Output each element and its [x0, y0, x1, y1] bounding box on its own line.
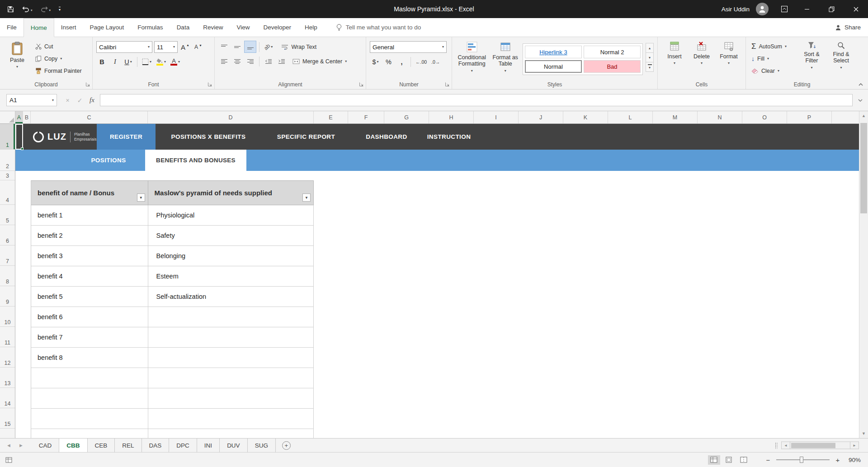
- italic-button[interactable]: I: [109, 56, 121, 67]
- column-header-c[interactable]: C: [31, 111, 148, 123]
- horizontal-scroll-thumb[interactable]: [791, 443, 835, 448]
- merge-center-button[interactable]: Merge & Center ▾: [291, 56, 349, 67]
- previous-sheet-button[interactable]: ◄: [6, 443, 11, 448]
- cell-benefit[interactable]: benefit 5: [31, 287, 148, 307]
- fill-color-button[interactable]: ▾: [155, 56, 167, 67]
- cell-benefit[interactable]: benefit 6: [31, 307, 148, 327]
- column-header-g[interactable]: G: [384, 111, 429, 123]
- decrease-decimal-button[interactable]: .0→: [430, 56, 441, 67]
- align-left-button[interactable]: [218, 56, 230, 67]
- delete-cells-button[interactable]: Delete ▾: [689, 40, 715, 80]
- format-painter-button[interactable]: Format Painter: [33, 65, 84, 76]
- column-header-l[interactable]: L: [608, 111, 653, 123]
- sheet-tab-duv[interactable]: DUV: [220, 439, 248, 452]
- column-header-h[interactable]: H: [429, 111, 474, 123]
- zoom-slider[interactable]: [776, 459, 830, 460]
- comma-style-button[interactable]: ,: [396, 56, 407, 67]
- scroll-up-button[interactable]: ▲: [859, 111, 868, 120]
- decrease-indent-button[interactable]: [263, 56, 274, 67]
- row-header-8[interactable]: 8: [0, 266, 15, 286]
- underline-button[interactable]: U ▾: [123, 56, 134, 67]
- cell-benefit[interactable]: benefit 2: [31, 226, 148, 246]
- row-header-14[interactable]: 14: [0, 388, 15, 408]
- column-header-k[interactable]: K: [563, 111, 608, 123]
- tab-view[interactable]: View: [230, 18, 256, 37]
- cell-benefit[interactable]: [31, 409, 148, 429]
- restore-button[interactable]: [819, 0, 844, 18]
- font-color-button[interactable]: A ▾: [169, 56, 181, 67]
- row-header-10[interactable]: 10: [0, 307, 15, 327]
- page-break-view-button[interactable]: [738, 455, 750, 465]
- fill-handle[interactable]: [21, 147, 24, 150]
- clipboard-dialog-launcher[interactable]: [85, 82, 90, 87]
- increase-indent-button[interactable]: [276, 56, 287, 67]
- align-right-button[interactable]: [245, 56, 256, 67]
- vertical-scroll-thumb[interactable]: [860, 123, 867, 213]
- selected-cell-a1[interactable]: [15, 124, 23, 150]
- redo-button[interactable]: ▾: [41, 6, 51, 12]
- column-header-i[interactable]: I: [474, 111, 519, 123]
- normal-view-button[interactable]: [708, 455, 720, 465]
- column-header-a[interactable]: A: [15, 111, 23, 123]
- bold-button[interactable]: B: [96, 56, 108, 67]
- next-sheet-button[interactable]: ►: [19, 443, 24, 448]
- row-header-12[interactable]: 12: [0, 347, 15, 368]
- wrap-text-button[interactable]: Wrap Text: [279, 41, 318, 52]
- new-sheet-button[interactable]: +: [282, 441, 291, 450]
- cell-benefit[interactable]: benefit 8: [31, 348, 148, 368]
- cell-need[interactable]: [148, 307, 314, 327]
- cell-need[interactable]: Safety: [148, 226, 314, 246]
- tab-formulas[interactable]: Formulas: [131, 18, 170, 37]
- center-button[interactable]: [231, 56, 243, 67]
- sort-filter-button[interactable]: Sort & Filter ▾: [798, 40, 825, 80]
- font-dialog-launcher[interactable]: [208, 82, 212, 87]
- increase-decimal-button[interactable]: ←.00: [414, 56, 428, 67]
- sub-tab-positions[interactable]: POSITIONS: [91, 150, 126, 171]
- avatar[interactable]: [756, 3, 769, 15]
- sheet-tab-sug[interactable]: SUG: [248, 439, 276, 452]
- row-header-11[interactable]: 11: [0, 327, 15, 347]
- cell-style-normal[interactable]: Normal: [525, 60, 582, 73]
- tab-help[interactable]: Help: [298, 18, 324, 37]
- sheet-tab-cad[interactable]: CAD: [32, 439, 60, 452]
- sheet-tab-ceb[interactable]: CEB: [88, 439, 115, 452]
- column-header-f[interactable]: F: [348, 111, 384, 123]
- cell-benefit[interactable]: benefit 3: [31, 246, 148, 266]
- macro-record-button[interactable]: [5, 457, 12, 463]
- cell-benefit[interactable]: [31, 368, 148, 388]
- row-header-1[interactable]: 1: [0, 124, 15, 150]
- tab-page-layout[interactable]: Page Layout: [83, 18, 131, 37]
- row-header-13[interactable]: 13: [0, 368, 15, 388]
- tab-developer[interactable]: Developer: [256, 18, 298, 37]
- autosum-button[interactable]: Σ AutoSum ▾: [750, 41, 796, 52]
- column-header-j[interactable]: J: [519, 111, 563, 123]
- increase-font-size-button[interactable]: A▲: [179, 42, 191, 53]
- formula-input[interactable]: [100, 94, 853, 106]
- cell-benefit[interactable]: benefit 4: [31, 266, 148, 287]
- cell-need[interactable]: [148, 327, 314, 348]
- zoom-level[interactable]: 90%: [849, 457, 861, 463]
- format-as-table-button[interactable]: Format as Table ▾: [491, 40, 520, 80]
- cell-benefit[interactable]: benefit 7: [31, 327, 148, 348]
- decrease-font-size-button[interactable]: A▼: [193, 42, 204, 53]
- column-header-e[interactable]: E: [314, 111, 348, 123]
- zoom-out-button[interactable]: −: [764, 456, 772, 464]
- sub-tab-benefits-and-bonuses[interactable]: BENEFITS AND BONUSES: [145, 150, 246, 171]
- sheet-tab-ini[interactable]: INI: [197, 439, 220, 452]
- sheet-area[interactable]: LUZ Planilhas Empresariais REGISTER POSI…: [15, 124, 859, 438]
- cell-need[interactable]: Esteem: [148, 266, 314, 287]
- format-cells-button[interactable]: Format ▾: [716, 40, 742, 80]
- vertical-scrollbar[interactable]: ▲ ▼: [859, 111, 868, 438]
- row-header-9[interactable]: 9: [0, 286, 15, 307]
- nav-tab-register[interactable]: REGISTER: [97, 124, 156, 150]
- find-select-button[interactable]: Find & Select ▾: [828, 40, 854, 80]
- tab-home[interactable]: Home: [24, 18, 54, 37]
- cell-need[interactable]: [148, 409, 314, 429]
- share-button[interactable]: Share: [835, 18, 861, 37]
- nav-tab-instruction[interactable]: INSTRUCTION: [427, 124, 471, 150]
- scroll-left-button[interactable]: ◄: [781, 442, 790, 449]
- row-header-15[interactable]: 15: [0, 408, 15, 429]
- column-header-o[interactable]: O: [742, 111, 787, 123]
- column-header-b[interactable]: B: [23, 111, 31, 123]
- tab-file[interactable]: File: [0, 18, 24, 37]
